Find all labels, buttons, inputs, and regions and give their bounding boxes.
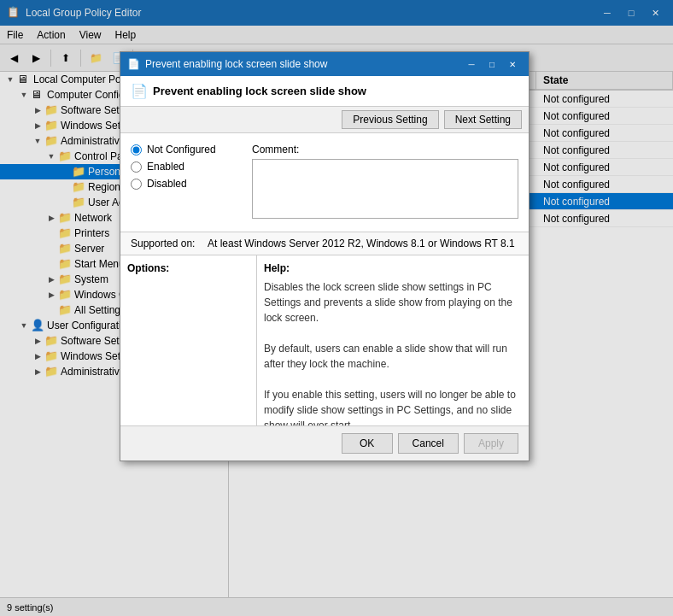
modal-header-title: Prevent enabling lock screen slide show: [153, 85, 366, 97]
app-window: 📋 Local Group Policy Editor ─ □ ✕ File A…: [0, 0, 673, 616]
policy-radio-group: Not Configured Enabled Disabled: [131, 144, 242, 190]
radio-options: Not Configured Enabled Disabled: [131, 144, 242, 221]
ok-button[interactable]: OK: [342, 433, 393, 454]
comment-label: Comment:: [252, 144, 518, 155]
disabled-label: Disabled: [147, 178, 187, 190]
disabled-radio[interactable]: [131, 179, 142, 190]
modal-title-bar: 📄 Prevent enabling lock screen slide sho…: [120, 52, 529, 76]
enabled-radio[interactable]: [131, 161, 142, 173]
disabled-option[interactable]: Disabled: [131, 178, 242, 190]
cancel-button[interactable]: Cancel: [398, 433, 459, 454]
options-pane: Options:: [120, 255, 257, 425]
previous-setting-button[interactable]: Previous Setting: [342, 110, 438, 129]
modal-maximize-button[interactable]: □: [483, 56, 501, 72]
modal-icon: 📄: [127, 58, 140, 70]
modal-content: Not Configured Enabled Disabled: [120, 133, 529, 426]
options-help-section: Options: Help: Disables the lock screen …: [120, 255, 529, 426]
not-configured-label: Not Configured: [147, 144, 216, 155]
not-configured-option[interactable]: Not Configured: [131, 144, 242, 155]
help-label: Help:: [264, 262, 522, 274]
comment-section: Comment:: [252, 144, 518, 221]
modal-close-button[interactable]: ✕: [503, 56, 522, 72]
modal-nav-bar: Previous Setting Next Setting: [120, 107, 529, 133]
options-label: Options:: [127, 262, 249, 274]
modal-window-controls: ─ □ ✕: [462, 56, 522, 72]
modal-overlay: 📄 Prevent enabling lock screen slide sho…: [0, 0, 673, 616]
modal-minimize-button[interactable]: ─: [462, 56, 481, 72]
help-pane: Help: Disables the lock screen slide sho…: [257, 255, 529, 425]
modal-header-icon: 📄: [131, 83, 148, 99]
supported-label: Supported on:: [131, 238, 208, 249]
enabled-option[interactable]: Enabled: [131, 161, 242, 173]
comment-textarea[interactable]: [252, 159, 518, 219]
modal-top-section: Not Configured Enabled Disabled: [120, 133, 529, 232]
next-setting-button[interactable]: Next Setting: [444, 110, 522, 129]
modal-title: Prevent enabling lock screen slide show: [145, 58, 462, 70]
enabled-label: Enabled: [147, 161, 184, 173]
modal-header: 📄 Prevent enabling lock screen slide sho…: [120, 76, 529, 107]
supported-value: At least Windows Server 2012 R2, Windows…: [208, 238, 518, 249]
supported-section: Supported on: At least Windows Server 20…: [120, 232, 529, 255]
apply-button[interactable]: Apply: [464, 433, 518, 454]
help-text: Disables the lock screen slide show sett…: [264, 279, 522, 425]
not-configured-radio[interactable]: [131, 144, 142, 155]
modal-footer: OK Cancel Apply: [120, 426, 529, 461]
modal-window: 📄 Prevent enabling lock screen slide sho…: [120, 51, 530, 461]
